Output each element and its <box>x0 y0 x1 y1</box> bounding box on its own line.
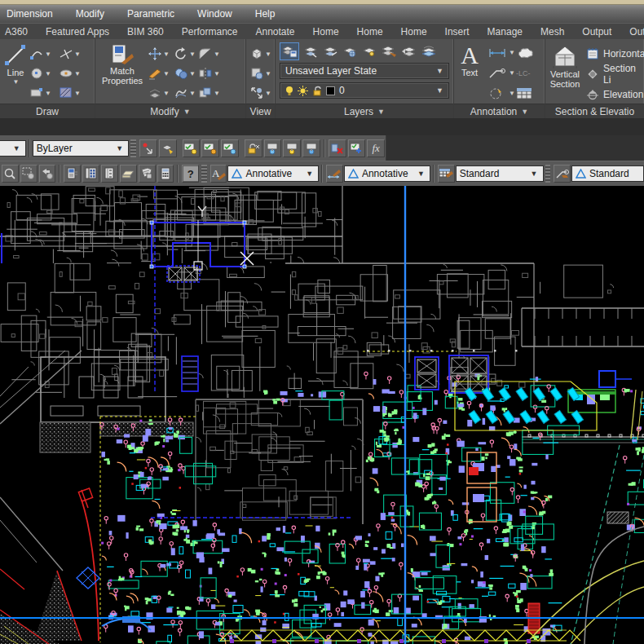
tab-output-1[interactable]: Output <box>573 24 620 39</box>
mleader-style-combo[interactable]: Standard <box>571 165 644 182</box>
move-tool-button[interactable]: ▼ <box>148 44 174 64</box>
match-properties-button[interactable]: Match Properties <box>97 41 148 86</box>
annotation-scale-button[interactable] <box>488 87 508 100</box>
edit-polyline-button[interactable]: ▼ <box>174 83 198 103</box>
markup-set-manager-button[interactable] <box>139 165 156 183</box>
layer-filter-combo[interactable]: ▼ <box>0 140 26 157</box>
zoom-window-button[interactable] <box>20 165 37 183</box>
design-center-button[interactable] <box>82 165 99 183</box>
chevron-down-icon: ▼ <box>74 51 81 58</box>
tab-home-1[interactable]: Home <box>304 24 348 39</box>
tab-mesh[interactable]: Mesh <box>532 24 573 39</box>
leader-tool-button[interactable] <box>488 68 508 79</box>
layer-isolate-icon[interactable] <box>302 44 319 59</box>
panel-label-section[interactable]: Section & Elevatio <box>545 104 644 118</box>
menu-help[interactable]: Help <box>244 6 287 22</box>
multileader-style-button[interactable] <box>554 165 571 183</box>
text-style-combo[interactable]: Annotative▼ <box>227 165 319 182</box>
menu-dimension[interactable]: Dimension <box>0 6 64 22</box>
tab-bim-360[interactable]: BIM 360 <box>118 24 173 39</box>
chevron-down-icon: ▼ <box>45 70 51 77</box>
tool-palettes-button[interactable] <box>101 165 118 183</box>
revision-cloud-icon[interactable] <box>516 46 540 60</box>
tab-manage[interactable]: Manage <box>479 24 532 39</box>
layer-state-combo[interactable]: Unsaved Layer State ▼ <box>280 63 449 79</box>
circle-tool-button[interactable]: ▼ <box>29 64 54 83</box>
elevation-line-button[interactable]: Elevation <box>586 88 644 101</box>
dim-style-combo[interactable]: Annotative▼ <box>344 165 430 182</box>
panel-label-draw[interactable]: Draw <box>0 104 95 118</box>
layer-freeze-other-button[interactable] <box>283 139 301 157</box>
tab-insert[interactable]: Insert <box>436 24 479 39</box>
tab-home-3[interactable]: Home <box>392 24 436 39</box>
menu-modify[interactable]: Modify <box>64 6 116 22</box>
zoom-previous-button[interactable] <box>39 165 56 183</box>
table-style-combo[interactable]: Standard▼ <box>456 165 544 182</box>
menu-window[interactable]: Window <box>186 6 244 22</box>
erase-tool-button[interactable]: ▼ <box>148 64 174 83</box>
layer-properties-button[interactable] <box>280 42 299 60</box>
arc-tool-button[interactable]: ▼ <box>29 44 54 64</box>
array-tool-button[interactable]: ▼ <box>198 83 223 103</box>
pan-zoom-button[interactable]: ▼ <box>249 83 271 103</box>
panel-label-modify[interactable]: Modify▼ <box>95 104 245 118</box>
layer-update-button[interactable] <box>159 139 177 157</box>
layer-off-button[interactable] <box>329 139 346 157</box>
layer-isolate-button[interactable] <box>183 139 201 157</box>
quick-calc-button[interactable] <box>157 165 174 183</box>
layer-states-icon[interactable] <box>420 44 438 59</box>
mirror-tool-button[interactable]: ▼ <box>198 64 223 83</box>
layer-lock-icon[interactable] <box>361 44 377 59</box>
layer-unisolate-button[interactable] <box>201 139 219 157</box>
table-tool-button[interactable] <box>516 87 540 99</box>
help-button[interactable]: ? <box>182 165 199 183</box>
panel-label-layers[interactable]: Layers▼ <box>276 104 453 118</box>
visual-style-button[interactable]: ▼ <box>249 64 271 83</box>
tab-performance[interactable]: Performance <box>173 24 247 39</box>
tab-annotate[interactable]: Annotate <box>247 24 304 39</box>
properties-palette-button[interactable] <box>64 165 81 183</box>
panel-label-annotation[interactable]: Annotation▼ <box>454 104 545 118</box>
zoom-realtime-button[interactable] <box>2 165 19 183</box>
panel-label-view[interactable]: View <box>246 104 275 118</box>
tab-home-2[interactable]: Home <box>348 24 392 39</box>
dimension-tool-button[interactable] <box>488 47 508 59</box>
dimension-style-button[interactable] <box>326 165 343 183</box>
view-cube-button[interactable]: ▼ <box>249 44 271 64</box>
text-tool-button[interactable]: A Text <box>456 41 483 77</box>
hatch-tool-button[interactable]: ▼ <box>59 83 83 103</box>
rotate-tool-button[interactable]: ▼ <box>174 44 198 64</box>
layer-delete-icon[interactable] <box>381 44 397 59</box>
rectangle-tool-button[interactable]: ▼ <box>29 83 54 103</box>
bylayer-color-combo[interactable]: ByLayer▼ <box>33 140 130 157</box>
vertical-section-button[interactable]: Vertical Section <box>547 41 583 89</box>
layer-combo[interactable]: 0 ▼ <box>280 82 449 99</box>
layer-walk-button[interactable] <box>264 139 282 157</box>
layer-unisolate-icon[interactable] <box>322 44 338 59</box>
layer-settings-button[interactable] <box>348 139 366 157</box>
fillet-tool-button[interactable]: ▼ <box>198 44 223 64</box>
drawing-canvas[interactable] <box>0 186 644 644</box>
tab-a360[interactable]: A360 <box>0 24 37 39</box>
ellipse-tool-button[interactable]: ▼ <box>59 64 83 83</box>
sheet-set-manager-button[interactable] <box>120 165 137 183</box>
make-layer-current-button[interactable] <box>139 139 157 157</box>
copy-tool-button[interactable]: ▼ <box>174 64 198 83</box>
layer-off-other-button[interactable] <box>302 139 320 157</box>
text-style-button[interactable]: A <box>210 165 227 183</box>
chevron-down-icon: ▼ <box>436 86 443 95</box>
tab-output-2[interactable]: Output <box>620 24 644 39</box>
layer-freeze-button[interactable] <box>221 139 239 157</box>
layer-freeze-icon[interactable] <box>342 44 358 59</box>
section-line-button[interactable]: Section Li <box>586 63 644 86</box>
layer-previous-icon[interactable] <box>400 44 417 59</box>
table-style-button[interactable] <box>438 165 455 183</box>
fx-layer-button[interactable]: fx <box>367 139 385 157</box>
menu-parametric[interactable]: Parametric <box>116 6 186 22</box>
layer-lock-button[interactable] <box>245 139 262 157</box>
tab-featured-apps[interactable]: Featured Apps <box>37 24 118 39</box>
explode-tool-button[interactable]: ▼ <box>148 83 174 103</box>
line-tool-button[interactable]: Line ▼ <box>2 41 29 87</box>
xline-tool-button[interactable]: ▼ <box>59 44 83 64</box>
horizontal-section-button[interactable]: Horizonta <box>586 47 644 60</box>
